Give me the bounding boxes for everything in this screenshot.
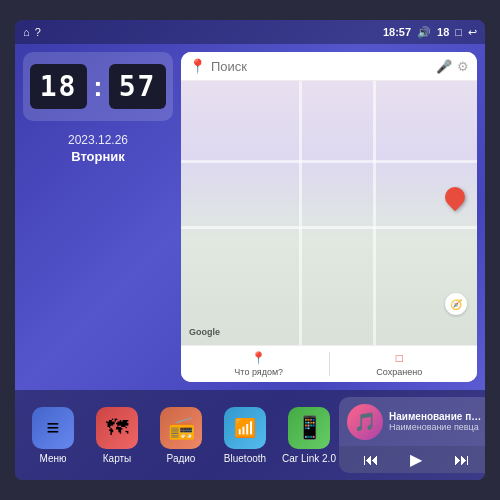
unknown-icon: ?	[35, 26, 41, 38]
music-artist: Наименование певца	[389, 422, 485, 432]
map-compass-button[interactable]: 🧭	[445, 293, 467, 315]
map-area[interactable]: 🧭 Google	[181, 81, 477, 345]
app-icon-maps: 🗺	[96, 407, 138, 449]
status-bar-left: ⌂ ?	[23, 26, 41, 38]
app-label-maps: Карты	[103, 453, 132, 464]
bluetooth-icon: 📶	[234, 417, 256, 439]
app-label-radio: Радио	[167, 453, 196, 464]
status-bar: ⌂ ? 18:57 🔊 18 □ ↩	[15, 20, 485, 44]
map-mic-icon[interactable]: 🎤	[436, 59, 452, 74]
device-frame: ⌂ ? 18:57 🔊 18 □ ↩ 18 : 57 2023.12.2	[0, 0, 500, 500]
clock-minutes: 57	[109, 64, 167, 109]
app-label-bluetooth: Bluetooth	[224, 453, 266, 464]
battery-level: 18	[437, 26, 449, 38]
music-top: 🎵 Наименование песни Наименование певца	[339, 397, 485, 446]
music-album-art: 🎵	[347, 404, 383, 440]
clock-widget: 18 : 57	[23, 52, 173, 121]
map-widget[interactable]: 📍 🎤 ⚙ 🧭 Google	[181, 52, 477, 382]
status-time: 18:57	[383, 26, 411, 38]
music-title: Наименование песни	[389, 411, 485, 422]
right-panel: 📍 🎤 ⚙ 🧭 Google	[181, 52, 477, 382]
radio-icon: 📻	[168, 415, 195, 441]
map-nearby-label: Что рядом?	[234, 367, 283, 377]
map-bottom-bar: 📍 Что рядом? □ Сохранено	[181, 345, 477, 382]
main-content: 18 : 57 2023.12.26 Вторник 📍 �	[15, 44, 485, 390]
music-play-button[interactable]: ▶	[410, 450, 422, 469]
map-tab-saved[interactable]: □ Сохранено	[330, 351, 470, 377]
music-art-icon: 🎵	[354, 411, 376, 433]
app-label-menu: Меню	[39, 453, 66, 464]
day-text: Вторник	[27, 149, 169, 164]
nav-icon: □	[455, 26, 462, 38]
volume-icon: 🔊	[417, 26, 431, 39]
bottom-bar: ≡ Меню 🗺 Карты 📻 Радио	[15, 390, 485, 480]
map-location-dot	[441, 182, 469, 210]
map-google-logo: Google	[189, 327, 220, 337]
left-panel: 18 : 57 2023.12.26 Вторник	[23, 52, 173, 382]
date-text: 2023.12.26	[27, 133, 169, 147]
carlink-icon: 📱	[296, 415, 323, 441]
music-info: Наименование песни Наименование певца	[389, 411, 485, 432]
music-widget: 🎵 Наименование песни Наименование певца …	[339, 397, 485, 473]
date-widget: 2023.12.26 Вторник	[23, 129, 173, 168]
clock-hours: 18	[30, 64, 88, 109]
music-controls: ⏮ ▶ ⏭	[339, 446, 485, 473]
music-next-button[interactable]: ⏭	[454, 451, 470, 469]
app-item-bluetooth[interactable]: 📶 Bluetooth	[215, 407, 275, 464]
app-icon-radio: 📻	[160, 407, 202, 449]
home-icon[interactable]: ⌂	[23, 26, 30, 38]
music-prev-button[interactable]: ⏮	[363, 451, 379, 469]
app-icon-bluetooth: 📶	[224, 407, 266, 449]
menu-icon: ≡	[47, 415, 60, 441]
app-item-menu[interactable]: ≡ Меню	[23, 407, 83, 464]
app-item-radio[interactable]: 📻 Радио	[151, 407, 211, 464]
app-item-carlink[interactable]: 📱 Car Link 2.0	[279, 407, 339, 464]
map-search-input[interactable]	[211, 59, 431, 74]
maps-icon: 🗺	[106, 415, 128, 441]
app-icon-menu: ≡	[32, 407, 74, 449]
screen: ⌂ ? 18:57 🔊 18 □ ↩ 18 : 57 2023.12.2	[15, 20, 485, 480]
app-item-maps[interactable]: 🗺 Карты	[87, 407, 147, 464]
app-icon-carlink: 📱	[288, 407, 330, 449]
back-icon[interactable]: ↩	[468, 26, 477, 39]
apps-row: ≡ Меню 🗺 Карты 📻 Радио	[23, 407, 339, 464]
clock-colon: :	[93, 71, 102, 103]
map-saved-icon: □	[396, 351, 403, 365]
app-label-carlink: Car Link 2.0	[282, 453, 336, 464]
map-settings-icon[interactable]: ⚙	[457, 59, 469, 74]
map-saved-label: Сохранено	[376, 367, 422, 377]
map-pin-icon: 📍	[189, 58, 206, 74]
map-tab-nearby[interactable]: 📍 Что рядом?	[189, 351, 329, 377]
map-search-bar: 📍 🎤 ⚙	[181, 52, 477, 81]
map-nearby-icon: 📍	[251, 351, 266, 365]
